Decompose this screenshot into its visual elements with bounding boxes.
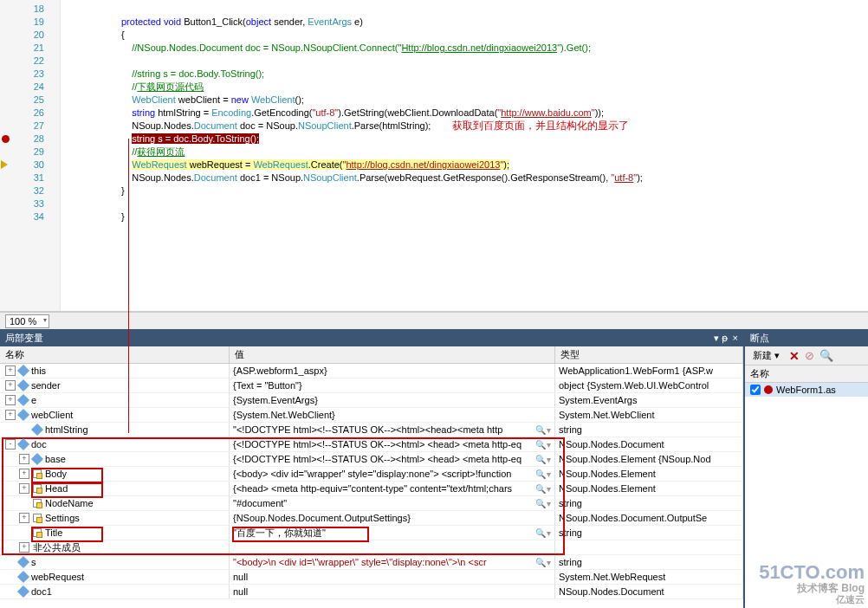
- line-number[interactable]: 22: [0, 55, 60, 68]
- breakpoint-icon[interactable]: [2, 135, 10, 143]
- line-number[interactable]: 27: [0, 120, 60, 133]
- cell-name[interactable]: NodeName: [0, 496, 230, 510]
- cell-value[interactable]: {Text = "Button"}: [230, 378, 555, 392]
- locals-row[interactable]: doc1nullNSoup.Nodes.Document: [0, 585, 743, 599]
- locals-row[interactable]: htmlString"<!DOCTYPE html><!--STATUS OK-…: [0, 423, 743, 437]
- expand-toggle[interactable]: +: [19, 513, 29, 523]
- cell-value[interactable]: {<body> <div id="wrapper" style="display…: [230, 467, 555, 481]
- header-name[interactable]: 名称: [0, 346, 230, 363]
- locals-row[interactable]: +e{System.EventArgs}System.EventArgs: [0, 393, 743, 408]
- code-line[interactable]: NSoup.Nodes.Document doc1 = NSoup.NSoupC…: [61, 171, 868, 184]
- locals-row[interactable]: +webClient{System.Net.WebClient}System.N…: [0, 408, 743, 423]
- cell-value[interactable]: null: [230, 570, 555, 584]
- code-line[interactable]: //NSoup.Nodes.Document doc = NSoup.NSoup…: [61, 42, 868, 55]
- expand-toggle[interactable]: +: [5, 365, 16, 376]
- code-line[interactable]: [61, 197, 868, 210]
- line-number[interactable]: 28: [0, 133, 60, 146]
- expand-toggle[interactable]: -: [5, 439, 16, 450]
- bp-search-icon[interactable]: 🔍: [819, 349, 833, 362]
- header-type[interactable]: 类型: [555, 346, 743, 363]
- cell-name[interactable]: +sender: [0, 378, 230, 392]
- bp-delete-icon[interactable]: ✕: [789, 349, 800, 363]
- magnifier-icon[interactable]: 🔍: [535, 423, 551, 437]
- line-number[interactable]: 34: [0, 210, 60, 223]
- cell-value[interactable]: {NSoup.Nodes.Document.OutputSettings}: [230, 511, 555, 525]
- line-number[interactable]: 31: [0, 171, 60, 184]
- code-line[interactable]: [61, 3, 868, 16]
- cell-name[interactable]: +webClient: [0, 408, 230, 422]
- bp-disable-icon[interactable]: ⊘: [805, 349, 814, 362]
- cell-value[interactable]: {<head> <meta http-equiv="content-type" …: [230, 482, 555, 495]
- line-number[interactable]: 26: [0, 107, 60, 120]
- locals-row[interactable]: s"<body>\n <div id=\"wrapper\" style=\"d…: [0, 555, 743, 570]
- line-number[interactable]: 20: [0, 29, 60, 42]
- cell-value[interactable]: "<body>\n <div id=\"wrapper\" style=\"di…: [230, 555, 555, 569]
- line-number[interactable]: 23: [0, 68, 60, 81]
- locals-row[interactable]: NodeName"#document"🔍string: [0, 496, 743, 511]
- line-number[interactable]: 32: [0, 184, 60, 197]
- cell-value[interactable]: {<!DOCTYPE html><!--STATUS OK--><html> <…: [230, 452, 555, 466]
- magnifier-icon[interactable]: 🔍: [535, 526, 551, 540]
- cell-value[interactable]: {ASP.webform1_aspx}: [230, 364, 555, 378]
- code-line[interactable]: [61, 55, 868, 68]
- line-number[interactable]: 24: [0, 81, 60, 94]
- code-line[interactable]: //string s = doc.Body.ToString();: [61, 68, 868, 81]
- code-line[interactable]: string htmlString = Encoding.GetEncoding…: [61, 107, 868, 120]
- locals-row[interactable]: +sender{Text = "Button"}object {System.W…: [0, 378, 743, 393]
- zoom-combo[interactable]: 100 %: [5, 314, 49, 328]
- cell-value[interactable]: "<!DOCTYPE html><!--STATUS OK--><html><h…: [230, 423, 555, 437]
- cell-name[interactable]: +非公共成员: [0, 540, 230, 554]
- cell-name[interactable]: doc1: [0, 585, 230, 598]
- expand-toggle[interactable]: +: [5, 410, 16, 420]
- cell-name[interactable]: +Settings: [0, 511, 230, 525]
- cell-name[interactable]: webRequest: [0, 570, 230, 584]
- locals-row[interactable]: +Body{<body> <div id="wrapper" style="di…: [0, 467, 743, 482]
- locals-row[interactable]: +非公共成员: [0, 540, 743, 555]
- code-line[interactable]: //获得网页流: [61, 146, 868, 158]
- magnifier-icon[interactable]: 🔍: [535, 496, 551, 510]
- cell-name[interactable]: +e: [0, 393, 230, 407]
- line-number[interactable]: 30: [0, 158, 60, 171]
- close-icon[interactable]: ×: [733, 329, 738, 346]
- expand-toggle[interactable]: +: [5, 395, 16, 405]
- magnifier-icon[interactable]: 🔍: [535, 452, 551, 466]
- cell-name[interactable]: +this: [0, 364, 230, 378]
- cell-value[interactable]: {System.Net.WebClient}: [230, 408, 555, 422]
- header-value[interactable]: 值: [230, 346, 555, 363]
- magnifier-icon[interactable]: 🔍: [535, 555, 551, 569]
- locals-row[interactable]: +Settings{NSoup.Nodes.Document.OutputSet…: [0, 511, 743, 526]
- cell-name[interactable]: +Head: [0, 482, 230, 495]
- expand-toggle[interactable]: +: [5, 380, 16, 391]
- cell-name[interactable]: -doc: [0, 437, 230, 451]
- line-number[interactable]: 25: [0, 94, 60, 107]
- code-line[interactable]: }: [61, 184, 868, 197]
- locals-row[interactable]: +Head{<head> <meta http-equiv="content-t…: [0, 482, 743, 496]
- code-content[interactable]: protected void Button1_Click(object send…: [61, 0, 868, 311]
- locals-grid[interactable]: +this{ASP.webform1_aspx}WebApplication1.…: [0, 364, 743, 599]
- cell-value[interactable]: {<!DOCTYPE html><!--STATUS OK--><html> <…: [230, 437, 555, 451]
- cell-value[interactable]: null: [230, 585, 555, 598]
- pin-icon[interactable]: ▾ ᵽ: [714, 329, 728, 346]
- code-line[interactable]: WebRequest webRequest = WebRequest.Creat…: [61, 158, 868, 171]
- line-number[interactable]: 19: [0, 16, 60, 29]
- expand-toggle[interactable]: +: [19, 469, 29, 479]
- cell-value[interactable]: {System.EventArgs}: [230, 393, 555, 407]
- code-line[interactable]: protected void Button1_Click(object send…: [61, 16, 868, 29]
- bp-new-button[interactable]: 新建 ▾: [748, 347, 784, 364]
- code-line[interactable]: WebClient webClient = new WebClient();: [61, 94, 868, 107]
- locals-row[interactable]: +base{<!DOCTYPE html><!--STATUS OK--><ht…: [0, 452, 743, 467]
- magnifier-icon[interactable]: 🔍: [535, 467, 551, 481]
- cell-name[interactable]: +base: [0, 452, 230, 466]
- line-number[interactable]: 33: [0, 197, 60, 210]
- expand-toggle[interactable]: +: [19, 483, 29, 494]
- magnifier-icon[interactable]: 🔍: [535, 482, 551, 495]
- bp-header-name[interactable]: 名称: [745, 365, 868, 383]
- cell-value[interactable]: "百度一下，你就知道"🔍: [230, 526, 555, 540]
- code-line[interactable]: {: [61, 29, 868, 42]
- line-number[interactable]: 18: [0, 3, 60, 16]
- line-number[interactable]: 29: [0, 146, 60, 158]
- code-line[interactable]: string s = doc.Body.ToString();: [61, 133, 868, 146]
- cell-name[interactable]: +Body: [0, 467, 230, 481]
- code-line[interactable]: }: [61, 210, 868, 223]
- cell-name[interactable]: s: [0, 555, 230, 569]
